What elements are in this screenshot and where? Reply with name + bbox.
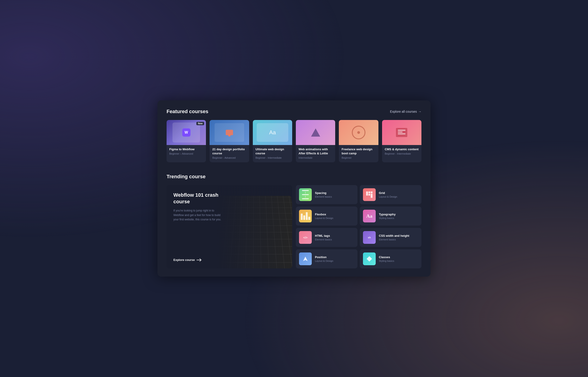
freelance-icon: [357, 131, 360, 134]
module-category-css-width: Element basics: [379, 238, 418, 241]
svg-marker-0: [303, 257, 308, 261]
css-icon: sh: [368, 236, 371, 239]
module-card-spacing[interactable]: Spacing Element basics: [296, 185, 357, 204]
module-card-flexbox[interactable]: Flexbox Layout & Design: [296, 206, 357, 226]
course-card-webdesign[interactable]: Aa Ultimate web design course Beginner -…: [253, 120, 292, 162]
trending-grid: Webflow 101 crash course If you're looki…: [167, 185, 421, 268]
module-name-grid: Grid: [379, 191, 418, 195]
explore-course-arrow-icon: [196, 260, 201, 260]
crash-course-card[interactable]: Webflow 101 crash course If you're looki…: [167, 185, 292, 268]
module-info-css-width: CSS width and height Element basics: [379, 234, 418, 241]
module-thumb-typography: Aa: [363, 210, 376, 223]
module-thumb-position: [299, 252, 312, 265]
course-name-webdesign: Ultimate web design course: [255, 147, 289, 155]
module-card-html[interactable]: </> HTML tags Element basics: [296, 228, 357, 247]
animations-icon: [311, 128, 320, 137]
course-info-webdesign: Ultimate web design course Beginner - In…: [253, 145, 292, 162]
featured-title: Featured courses: [167, 109, 208, 115]
classes-icon: [366, 256, 372, 262]
crash-course-title: Webflow 101 crash course: [173, 192, 219, 205]
module-info-spacing: Spacing Element basics: [315, 191, 354, 198]
module-card-classes[interactable]: Classes Styling basics: [360, 249, 421, 268]
courses-grid: W New Figma to Webflow Beginner – Advanc…: [167, 120, 421, 162]
course-thumbnail-webdesign: Aa: [253, 120, 292, 145]
course-level-cms: Beginner - Intermediate: [385, 152, 419, 155]
position-icon: [302, 256, 309, 262]
new-badge: New: [196, 122, 204, 125]
explore-all-label: Explore all courses: [390, 110, 417, 113]
arrow-right-icon: →: [418, 110, 421, 113]
module-card-position[interactable]: Position Layout & Design: [296, 249, 357, 268]
module-name-position: Position: [315, 255, 354, 259]
html-icon: </>: [303, 236, 308, 239]
module-info-grid: Grid Layout & Design: [379, 191, 418, 198]
course-thumbnail-freelance: [339, 120, 378, 145]
course-level-figma: Beginner – Advanced: [169, 152, 203, 155]
course-info-animations: Web animations with After Effects & Lott…: [296, 145, 335, 162]
module-category-classes: Styling basics: [379, 259, 418, 262]
module-card-grid[interactable]: Grid Layout & Design: [360, 185, 421, 204]
trending-title: Trending course: [167, 174, 421, 180]
course-card-animations[interactable]: Web animations with After Effects & Lott…: [296, 120, 335, 162]
course-info-portfolio: 21 day design portfolio course Beginner …: [209, 145, 249, 162]
course-name-cms: CMS & dynamic content: [385, 147, 419, 151]
course-name-animations: Web animations with After Effects & Lott…: [299, 147, 333, 155]
spacing-icon: [302, 190, 309, 199]
module-category-typography: Styling basics: [379, 217, 418, 219]
course-card-figma-webflow[interactable]: W New Figma to Webflow Beginner – Advanc…: [167, 120, 206, 162]
crash-content: Webflow 101 crash course If you're looki…: [167, 185, 292, 268]
module-thumb-css-width: sh: [363, 231, 376, 244]
explore-all-link[interactable]: Explore all courses →: [390, 110, 421, 113]
module-category-spacing: Element basics: [315, 195, 354, 198]
portfolio-icon: [226, 130, 233, 135]
course-info-figma: Figma to Webflow Beginner – Advanced: [167, 145, 206, 158]
course-thumbnail-portfolio: [209, 120, 249, 145]
module-category-grid: Layout & Design: [379, 195, 418, 198]
module-name-html: HTML tags: [315, 234, 354, 237]
course-card-freelance[interactable]: Freelance web design boot camp Beginner: [339, 120, 378, 162]
figma-logo-icon: W: [182, 128, 190, 137]
module-name-flexbox: Flexbox: [315, 213, 354, 216]
course-level-freelance: Beginner: [342, 156, 375, 159]
course-thumbnail-animations: [296, 120, 335, 145]
module-name-css-width: CSS width and height: [379, 234, 418, 237]
course-level-portfolio: Beginner - Advanced: [212, 156, 246, 159]
main-container: Featured courses Explore all courses → W…: [158, 100, 430, 277]
cms-line-1: [398, 130, 405, 131]
typography-icon: Aa: [366, 213, 372, 219]
course-thumbnail-cms: [382, 120, 421, 145]
module-category-flexbox: Layout & Design: [315, 217, 354, 219]
module-info-typography: Typography Styling basics: [379, 213, 418, 219]
module-name-typography: Typography: [379, 213, 418, 216]
cms-icon: [396, 128, 407, 137]
grid-icon: [366, 191, 372, 198]
explore-course-label: Explore course: [173, 258, 195, 262]
module-thumb-flexbox: [299, 210, 312, 223]
course-card-cms[interactable]: CMS & dynamic content Beginner - Interme…: [382, 120, 421, 162]
course-name-portfolio: 21 day design portfolio course: [212, 147, 246, 155]
module-card-css-width[interactable]: sh CSS width and height Element basics: [360, 228, 421, 247]
cms-line-2: [398, 132, 402, 132]
course-name-figma: Figma to Webflow: [169, 147, 203, 151]
course-card-portfolio[interactable]: 21 day design portfolio course Beginner …: [209, 120, 249, 162]
flexbox-icon: [301, 212, 310, 220]
module-card-typography[interactable]: Aa Typography Styling basics: [360, 206, 421, 226]
module-thumb-html: </>: [299, 231, 312, 244]
module-thumb-classes: [363, 252, 376, 265]
module-category-position: Layout & Design: [315, 259, 354, 262]
crash-course-description: If you're looking to jump right in to We…: [173, 209, 223, 222]
cms-line-3: [398, 133, 405, 134]
course-level-webdesign: Beginner - Intermediate: [255, 156, 289, 159]
module-info-flexbox: Flexbox Layout & Design: [315, 213, 354, 219]
explore-course-button[interactable]: Explore course: [173, 258, 285, 262]
course-name-freelance: Freelance web design boot camp: [342, 147, 375, 155]
module-info-classes: Classes Styling basics: [379, 255, 418, 262]
module-category-html: Element basics: [315, 238, 354, 241]
module-thumb-grid: [363, 188, 376, 201]
course-info-cms: CMS & dynamic content Beginner - Interme…: [382, 145, 421, 158]
course-info-freelance: Freelance web design boot camp Beginner: [339, 145, 378, 162]
svg-marker-1: [367, 256, 372, 262]
trending-section: Trending course Webflow 101 crash course…: [167, 174, 421, 268]
course-level-animations: Intermediate: [299, 156, 333, 159]
module-name-classes: Classes: [379, 255, 418, 259]
